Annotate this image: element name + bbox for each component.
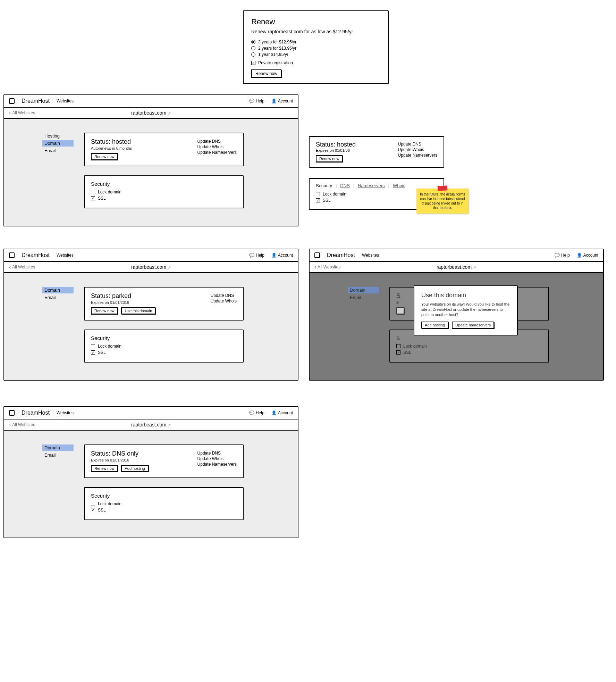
use-domain-modal: Use this domain Your website's on its wa… <box>414 285 518 335</box>
side-domain[interactable]: Domain <box>42 287 74 293</box>
help-link[interactable]: Help <box>555 253 570 258</box>
app-header: DreamHost Websites Help Account <box>4 407 298 419</box>
account-link[interactable]: Account <box>271 99 293 103</box>
status-card: Status: parked Expires on 01/01/2016 Ren… <box>84 287 244 321</box>
checkbox-icon <box>91 508 95 512</box>
ssl-check[interactable]: SSL <box>91 196 237 201</box>
breadcrumb-back[interactable]: All Websites <box>9 264 35 270</box>
app-window-modal: DreamHost Websites Help Account All Webs… <box>309 249 604 381</box>
brand: DreamHost <box>22 410 50 416</box>
checkbox-icon <box>91 190 95 194</box>
app-window-hosted: DreamHost Websites Help Account All Webs… <box>3 94 298 226</box>
logo-icon <box>314 252 320 258</box>
use-this-domain-button[interactable]: Use this domain <box>121 307 155 314</box>
ssl-check[interactable]: SSL <box>91 508 237 513</box>
private-registration-check[interactable]: Private registration <box>251 60 380 65</box>
tab-dns[interactable]: DNS <box>340 183 349 188</box>
tab-nameservers[interactable]: Nameservers <box>358 183 385 188</box>
chevron-left-icon <box>9 422 11 428</box>
lock-domain-check[interactable]: Lock domain <box>91 344 237 349</box>
add-hosting-button[interactable]: Add hosting <box>121 465 148 472</box>
renew-now-button[interactable]: Renew now <box>316 155 343 162</box>
ssl-check: SSL <box>396 350 542 355</box>
account-link[interactable]: Account <box>577 253 598 258</box>
lock-domain-check[interactable]: Lock domain <box>91 501 237 506</box>
side-menu: Domain Email <box>348 287 379 363</box>
logo-icon <box>9 410 15 416</box>
nav-websites[interactable]: Websites <box>57 253 74 258</box>
side-email[interactable]: Email <box>348 294 379 301</box>
help-link[interactable]: Help <box>249 410 264 415</box>
update-whois-link[interactable]: Update Whois <box>211 299 237 303</box>
renew-option-0[interactable]: 3 years for $12.95/yr <box>251 40 380 44</box>
renew-now-button[interactable]: Renew now <box>91 465 118 472</box>
nav-websites[interactable]: Websites <box>57 99 74 103</box>
update-nameservers-button[interactable]: Update nameservers <box>452 322 494 328</box>
checkbox-icon <box>91 196 95 200</box>
side-email[interactable]: Email <box>42 294 74 301</box>
update-whois-link[interactable]: Update Whois <box>197 456 237 461</box>
breadcrumb-back[interactable]: All Websites <box>314 264 340 270</box>
status-title: Status: parked <box>91 292 155 300</box>
side-hosting[interactable]: Hosting <box>42 133 74 139</box>
renew-now-button[interactable]: Renew now <box>91 153 118 160</box>
checkbox-icon <box>316 198 320 202</box>
side-email[interactable]: Email <box>42 452 74 458</box>
radio-icon <box>251 40 255 44</box>
page-title: raptorbeast.com↗ <box>310 264 603 270</box>
renew-subtitle: Renew raptorbeast.com for as low as $12.… <box>251 28 380 35</box>
brand: DreamHost <box>22 98 50 104</box>
status-meta: Expires on 01/01/2016 <box>91 300 155 305</box>
ssl-check[interactable]: SSL <box>91 350 237 355</box>
update-dns-link[interactable]: Update DNS <box>398 142 437 147</box>
renew-option-label: 2 years for $13.95/yr <box>258 46 296 51</box>
update-whois-link[interactable]: Update Whois <box>398 147 437 152</box>
update-whois-link[interactable]: Update Whois <box>197 144 237 149</box>
float-status-card: Status: hosted Expires on 01/01/06 Renew… <box>309 136 444 168</box>
modal-body: Your website's on its way! Would you lik… <box>421 302 510 317</box>
logo-icon <box>9 98 15 104</box>
security-card: Security Lock domain SSL <box>84 330 244 363</box>
nav-websites[interactable]: Websites <box>362 253 379 258</box>
status-card: Status: hosted Autorenews in 6 months Re… <box>84 133 244 166</box>
renew-now-button[interactable]: Renew now <box>251 69 281 78</box>
renew-title: Renew <box>251 17 380 26</box>
update-ns-link[interactable]: Update Nameservers <box>197 150 237 155</box>
help-link[interactable]: Help <box>249 253 264 258</box>
side-domain[interactable]: Domain <box>42 140 74 147</box>
breadcrumb-back[interactable]: All Websites <box>9 422 35 428</box>
help-link[interactable]: Help <box>249 99 264 103</box>
app-body: Domain Email Status: DNS only Expires on… <box>4 431 298 538</box>
side-email[interactable]: Email <box>42 147 74 154</box>
update-ns-link[interactable]: Update Nameservers <box>197 462 237 467</box>
update-ns-link[interactable]: Update Nameservers <box>398 153 437 158</box>
chevron-left-icon <box>9 264 11 270</box>
side-domain[interactable]: Domain <box>348 287 379 293</box>
renew-option-1[interactable]: 2 years for $13.95/yr <box>251 46 380 51</box>
app-header: DreamHost Websites Help Account <box>4 95 298 108</box>
account-link[interactable]: Account <box>271 253 293 258</box>
logo-icon <box>9 252 15 258</box>
update-dns-link[interactable]: Update DNS <box>211 293 237 298</box>
checkbox-icon <box>91 350 95 355</box>
chevron-left-icon <box>314 264 316 270</box>
renew-now-button[interactable]: Renew now <box>91 307 118 314</box>
nav-websites[interactable]: Websites <box>57 410 74 415</box>
account-link[interactable]: Account <box>271 410 293 415</box>
app-body: Hosting Domain Email Status: hosted Auto… <box>4 119 298 226</box>
renew-option-label: 3 years for $12.95/yr <box>258 40 296 44</box>
update-dns-link[interactable]: Update DNS <box>197 139 237 144</box>
sticky-note: In the future, the actual forms can live… <box>416 189 469 214</box>
update-dns-link[interactable]: Update DNS <box>197 451 237 456</box>
lock-domain-check[interactable]: Lock domain <box>91 190 237 194</box>
add-hosting-button[interactable]: Add hosting <box>421 322 448 328</box>
tab-whois[interactable]: Whois <box>393 183 405 188</box>
brand: DreamHost <box>327 252 355 258</box>
side-domain[interactable]: Domain <box>42 444 74 451</box>
renew-option-2[interactable]: 1 year $14.95/yr <box>251 52 380 57</box>
app-subheader: All Websites raptorbeast.com↗ <box>310 262 603 273</box>
float-status-meta: Expires on 01/01/06 <box>316 148 356 152</box>
breadcrumb-back[interactable]: All Websites <box>9 110 35 116</box>
tab-security[interactable]: Security <box>316 183 332 188</box>
renew-option-label: 1 year $14.95/yr <box>258 52 288 57</box>
